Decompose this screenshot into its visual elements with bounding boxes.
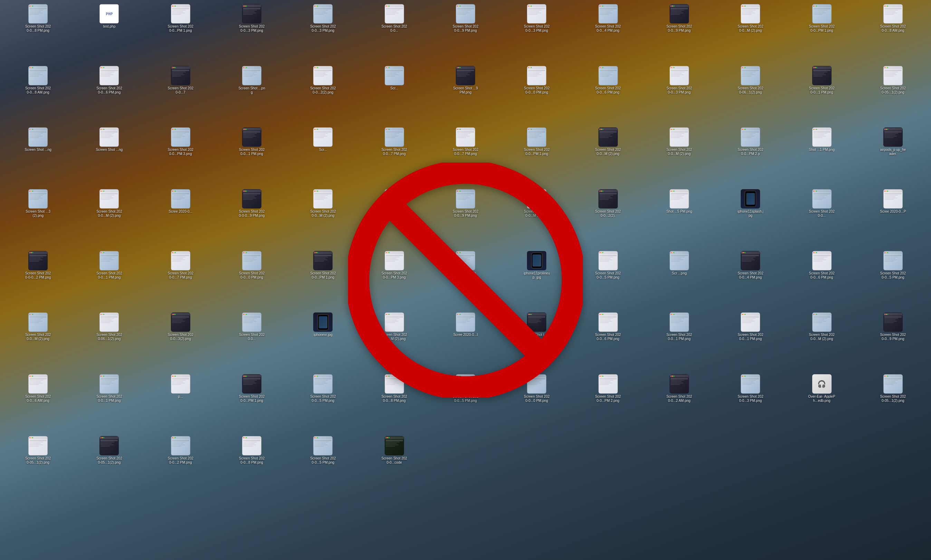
desktop-icon-91[interactable]: Screen Shot 2020-05...1(2).png	[876, 373, 910, 434]
desktop-icon-35[interactable]: Screen Shot 2020-0...M (2).png	[591, 126, 625, 187]
desktop-icon-85[interactable]: Screen Shot 2020-0...5 PM.png	[448, 373, 483, 434]
desktop-icon-72[interactable]: Scree 2020-0...t	[448, 311, 483, 372]
desktop-icon-9[interactable]: Screen Shot 2020-0...4 PM.png	[591, 3, 625, 64]
desktop-icon-40[interactable]: Screen Shot ...3(2).png	[21, 188, 55, 249]
desktop-icon-6[interactable]: Screen Shot 2020-0...	[377, 3, 412, 64]
desktop-icon-79[interactable]: Screen Shot 2020-0...6 AM.png	[21, 373, 55, 434]
desktop-icon-46[interactable]: Screen Shot 2020-0...9 PM.png	[448, 188, 483, 249]
desktop-icon-31[interactable]: Scr...	[306, 126, 340, 187]
icon-thumbnail-76	[741, 312, 760, 332]
desktop-icon-95[interactable]: Screen Shot 2020-0...8 PM.png	[234, 435, 269, 496]
desktop-icon-92[interactable]: Screen Shot 2020-05...1(2).png	[21, 435, 55, 496]
desktop-icon-48[interactable]: Screen Shot 2020-0...2(2).	[591, 188, 625, 249]
desktop-icon-55[interactable]: Screen Shot 2020-0...7 PM.png	[163, 249, 198, 311]
desktop-icon-52[interactable]: Scree 2020-0...P	[876, 188, 910, 249]
desktop-icon-80[interactable]: Screen Shot 2020-0...1 PM.png	[92, 373, 126, 434]
desktop-icon-53[interactable]: Screen Shot 2020-0-0...2 PM.png	[21, 249, 55, 311]
desktop-icon-29[interactable]: Screen Shot 2020-0...PM 3.png	[163, 126, 198, 187]
desktop-icon-19[interactable]: Scr...	[377, 65, 412, 126]
desktop-icon-27[interactable]: Screen Shot ...ng	[21, 126, 55, 187]
desktop-icon-23[interactable]: Screen Shot 2020-0...3 PM.png	[662, 65, 697, 126]
desktop-icon-26[interactable]: Screen Shot 2020-05...1(2).png	[876, 65, 910, 126]
desktop-icon-56[interactable]: Screen Shot 2020-0...0 PM.png	[234, 249, 269, 311]
desktop-icon-66[interactable]: Screen Shot 2020-0...M (2).png	[21, 311, 55, 372]
desktop-icon-30[interactable]: Screen Shot 2020-0...1 PM.png	[234, 126, 269, 187]
desktop-icon-4[interactable]: Screen Shot 2020-0...3 PM.png	[234, 3, 269, 64]
desktop-icon-81[interactable]: p...	[163, 373, 198, 434]
icon-label-39: airpods_p up_header.	[879, 148, 907, 156]
icon-label-92: Screen Shot 2020-05...1(2).png	[24, 457, 52, 465]
desktop-icon-61[interactable]: Screen Shot 2020-0...5 PM.png	[591, 249, 625, 311]
desktop-icon-93[interactable]: Screen Shot 2020-05...1(2).png	[92, 435, 126, 496]
desktop-icon-78[interactable]: Screen Shot 2020-0...9 PM.png	[876, 311, 910, 372]
desktop-icon-16[interactable]: Screen Shot 2020-0...7	[163, 65, 198, 126]
desktop-icon-51[interactable]: Screen Shot 2020-0...	[805, 188, 839, 249]
desktop-icon-21[interactable]: Screen Shot 2020-0...0 PM.png	[519, 65, 554, 126]
desktop-icon-25[interactable]: Screen Shot 2020-0...1 PM.png	[805, 65, 839, 126]
desktop-icon-86[interactable]: Screen Shot 2020-0...0 PM.png	[519, 373, 554, 434]
desktop-icon-47[interactable]: Screen Shot 2020-0...M (2).png	[519, 188, 554, 249]
desktop-icon-10[interactable]: Screen Shot 2020-0...9 PM.png	[662, 3, 697, 64]
desktop-icon-59[interactable]: Shot ...?).png	[448, 249, 483, 311]
desktop-icon-28[interactable]: Screen Shot ...ng	[92, 126, 126, 187]
desktop-icon-74[interactable]: Screen Shot 2020-0...6 PM.png	[591, 311, 625, 372]
desktop-icon-62[interactable]: Scr ...png	[662, 249, 697, 311]
desktop-icon-50[interactable]: iphone11splash.j pg	[733, 188, 768, 249]
desktop-icon-63[interactable]: Screen Shot 2020-0...4 PM.png	[733, 249, 768, 311]
desktop-icon-32[interactable]: Screen Shot 2020-0...7 PM.png	[377, 126, 412, 187]
desktop-icon-14[interactable]: Screen Shot 2020-0...8 AM.png	[21, 65, 55, 126]
desktop-icon-87[interactable]: Screen Shot 2020-0...PM 2.png	[591, 373, 625, 434]
desktop-icon-37[interactable]: Screen Shot 2020-0...PM 2.p	[733, 126, 768, 187]
desktop-icon-43[interactable]: Screen Shot 2020-0-0...9 PM.png	[234, 188, 269, 249]
desktop-icon-71[interactable]: Screen Shot 2020-0...M (2).png	[377, 311, 412, 372]
desktop-icon-83[interactable]: Screen Shot 2020-0...5 PM.png	[306, 373, 340, 434]
desktop-icon-2[interactable]: PHPtest.php	[92, 3, 126, 64]
desktop-icon-54[interactable]: Screen Shot 2020-0...1 PM.png	[92, 249, 126, 311]
desktop-icon-73[interactable]: Screen Shot t (2).png	[519, 311, 554, 372]
desktop-icon-41[interactable]: Screen Shot 2020-0...M (2).png	[92, 188, 126, 249]
desktop-icon-17[interactable]: Screen Shot ...png	[234, 65, 269, 126]
desktop-icon-75[interactable]: Screen Shot 2020-0...1 PM.png	[662, 311, 697, 372]
desktop-icon-42[interactable]: Scree 2020-0...	[163, 188, 198, 249]
desktop-icon-90[interactable]: 🎧Over-Ear- ApplePh...edb.png	[805, 373, 839, 434]
desktop-icon-94[interactable]: Screen Shot 2020-0...2 PM.png	[163, 435, 198, 496]
desktop-icon-96[interactable]: Screen Shot 2020-0...5 PM.png	[306, 435, 340, 496]
desktop-icon-89[interactable]: Screen Shot 2020-0...3 PM.png	[733, 373, 768, 434]
desktop-icon-58[interactable]: Screen Shot 2020-0...PM 3.png	[377, 249, 412, 311]
desktop-icon-97[interactable]: Screen Shot 2020-0...code	[377, 435, 412, 496]
desktop-icon-33[interactable]: Screen Shot 2020-0...7 PM.png	[448, 126, 483, 187]
desktop-icon-36[interactable]: Screen Shot 2020-0...M (2).png	[662, 126, 697, 187]
desktop-icon-88[interactable]: Screen Shot 2020-0...2 AM.png	[662, 373, 697, 434]
desktop-icon-38[interactable]: Shot ...1 PM.png	[805, 126, 839, 187]
desktop-icon-69[interactable]: Screen Shot 2020-0...	[234, 311, 269, 372]
desktop-icon-13[interactable]: Screen Shot 2020-0...8 AM.png	[876, 3, 910, 64]
desktop-icon-5[interactable]: Screen Shot 2020-0...3 PM.png	[306, 3, 340, 64]
desktop-icon-57[interactable]: Screen Shot 2020-0...PM 1.png	[306, 249, 340, 311]
desktop-icon-1[interactable]: Screen Shot 2020-0...8 PM.png	[21, 3, 55, 64]
desktop-icon-67[interactable]: Screen Shot 2020-06...1(2).png	[92, 311, 126, 372]
desktop-icon-8[interactable]: Screen Shot 2020-0...3 PM.png	[519, 3, 554, 64]
desktop-icon-65[interactable]: Screen Shot 2020-0...5 PM.png	[876, 249, 910, 311]
desktop-icon-24[interactable]: Screen Shot 2020-06...1(2).png	[733, 65, 768, 126]
desktop-icon-76[interactable]: Screen Shot 2020-0...1 PM.png	[733, 311, 768, 372]
desktop-icon-20[interactable]: Screen Shot ...9 PM.png	[448, 65, 483, 126]
desktop-icon-49[interactable]: Shot ...5 PM.png	[662, 188, 697, 249]
desktop-icon-34[interactable]: Screen Shot 2020-0...PM 1.png	[519, 126, 554, 187]
desktop-icon-7[interactable]: Screen Shot 2020-0...9 PM.png	[448, 3, 483, 64]
desktop-icon-70[interactable]: iphonexr.jpg	[306, 311, 340, 372]
desktop-icon-82[interactable]: Screen Shot 2020-0...PM 1.png	[234, 373, 269, 434]
desktop-icon-60[interactable]: iphone11prolineup. jpg	[519, 249, 554, 311]
desktop-icon-3[interactable]: Screen Shot 2020-0...PM 1.png	[163, 3, 198, 64]
desktop-icon-12[interactable]: Screen Shot 2020-0...PM 1.png	[805, 3, 839, 64]
desktop-icon-68[interactable]: Screen Shot 2020-0...3(2).png	[163, 311, 198, 372]
desktop-icon-22[interactable]: Screen Shot 2020-0...6 PM.png	[591, 65, 625, 126]
desktop-icon-44[interactable]: Screen Shot 2020-0...M (2).png	[306, 188, 340, 249]
desktop-icon-39[interactable]: airpods_p up_header.	[876, 126, 910, 187]
desktop-icon-15[interactable]: Screen Shot 2020-0...6 PM.png	[92, 65, 126, 126]
desktop-icon-84[interactable]: Screen Shot 2020-0...8 PM.png	[377, 373, 412, 434]
desktop-icon-45[interactable]: Screen Shot 2020-05...1(2).png	[377, 188, 412, 249]
desktop-icon-11[interactable]: Screen Shot 2020-0...M (2).png	[733, 3, 768, 64]
desktop-icon-18[interactable]: Screen Shot 2020-0...2(2).png	[306, 65, 340, 126]
desktop-icon-64[interactable]: Screen Shot 2020-0...6 PM.png	[805, 249, 839, 311]
desktop-icon-77[interactable]: Screen Shot 2020-0...M (2).png	[805, 311, 839, 372]
